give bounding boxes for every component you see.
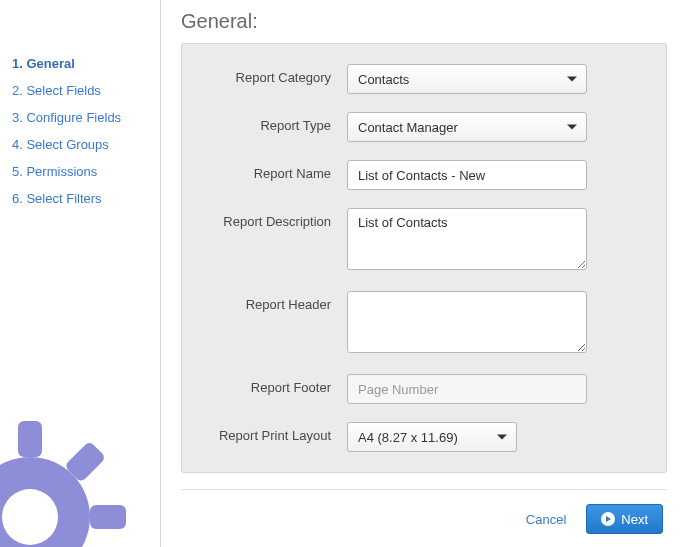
arrow-right-icon: [601, 512, 615, 526]
input-report-name[interactable]: [347, 160, 587, 190]
select-report-type[interactable]: Contact Manager: [347, 112, 587, 142]
select-report-category-value: Contacts: [358, 72, 409, 87]
svg-rect-4: [90, 505, 126, 529]
main-content: General: Report Category Contacts Report…: [160, 0, 687, 547]
form-panel: Report Category Contacts Report Type Con…: [181, 43, 667, 473]
sidebar-item-select-groups[interactable]: 4. Select Groups: [12, 131, 160, 158]
svg-point-9: [2, 489, 58, 545]
gear-icon: [0, 417, 130, 547]
sidebar-item-general[interactable]: 1. General: [12, 50, 160, 77]
label-print-layout: Report Print Layout: [192, 422, 347, 443]
svg-rect-1: [18, 421, 42, 457]
svg-rect-5: [64, 441, 106, 483]
label-report-footer: Report Footer: [192, 374, 347, 395]
textarea-report-description[interactable]: List of Contacts: [347, 208, 587, 270]
sidebar-item-permissions[interactable]: 5. Permissions: [12, 158, 160, 185]
textarea-report-header[interactable]: [347, 291, 587, 353]
select-print-layout-value: A4 (8.27 x 11.69): [358, 430, 458, 445]
label-report-description: Report Description: [192, 208, 347, 229]
label-report-name: Report Name: [192, 160, 347, 181]
sidebar-item-select-fields[interactable]: 2. Select Fields: [12, 77, 160, 104]
select-print-layout[interactable]: A4 (8.27 x 11.69): [347, 422, 517, 452]
input-report-footer[interactable]: [347, 374, 587, 404]
page-title: General:: [181, 10, 667, 33]
wizard-sidebar: 1. General 2. Select Fields 3. Configure…: [0, 0, 160, 547]
next-button-label: Next: [621, 512, 648, 527]
next-button[interactable]: Next: [586, 504, 663, 534]
select-report-category[interactable]: Contacts: [347, 64, 587, 94]
select-report-type-value: Contact Manager: [358, 120, 458, 135]
label-report-type: Report Type: [192, 112, 347, 133]
label-report-header: Report Header: [192, 291, 347, 312]
cancel-button[interactable]: Cancel: [522, 506, 570, 533]
label-report-category: Report Category: [192, 64, 347, 85]
footer-bar: Cancel Next: [181, 489, 667, 534]
sidebar-item-configure-fields[interactable]: 3. Configure Fields: [12, 104, 160, 131]
sidebar-item-select-filters[interactable]: 6. Select Filters: [12, 185, 160, 212]
svg-point-0: [0, 457, 90, 547]
